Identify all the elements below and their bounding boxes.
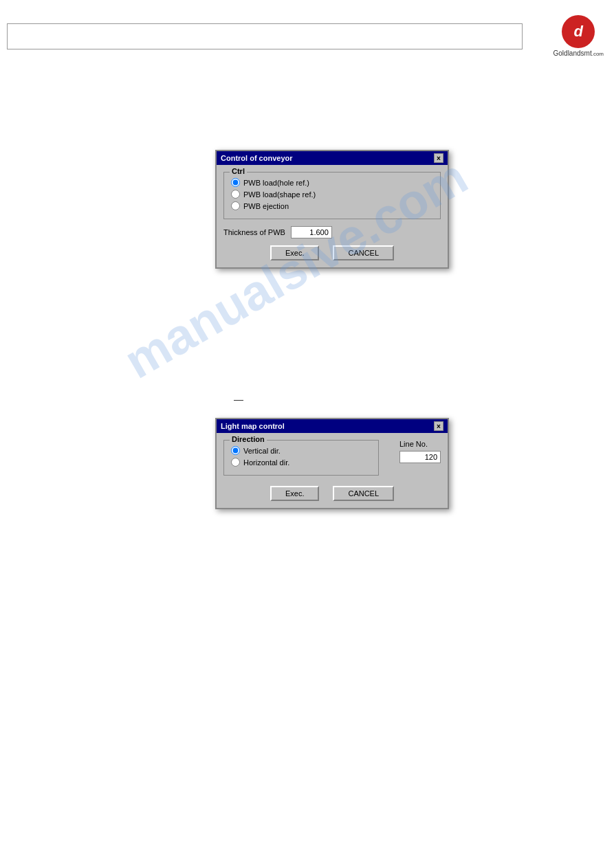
dialog1-radio1[interactable] (231, 178, 240, 187)
dialog1-thickness-label: Thickness of PWB (223, 228, 285, 236)
dialog2-lineno-input[interactable] (399, 451, 441, 463)
light-map-control-dialog: Light map control × Direction Vertical d… (215, 418, 449, 509)
dialog2-radio1-row: Vertical dir. (231, 446, 371, 455)
dialog2-cancel-button[interactable]: CANCEL (333, 486, 394, 501)
dash-line: — (234, 394, 243, 405)
dialog2-group-label: Direction (230, 435, 267, 443)
dialog2-radio2-label: Horizontal dir. (243, 458, 289, 467)
dialog1-radio2[interactable] (231, 190, 240, 199)
dialog1-titlebar: Control of conveyor × (217, 151, 448, 165)
dialog1-title: Control of conveyor (221, 154, 293, 162)
control-of-conveyor-dialog: Control of conveyor × Ctrl PWB load(hole… (215, 150, 449, 269)
logo-icon: d (562, 15, 595, 48)
dialog2-radio2-row: Horizontal dir. (231, 458, 371, 467)
dialog1-radio3-label: PWB ejection (243, 202, 289, 210)
dialog2-radio1-label: Vertical dir. (243, 447, 281, 455)
dialog2-radio1[interactable] (231, 446, 240, 455)
dialog2-lineno-label: Line No. (399, 440, 428, 448)
dialog2-exec-button[interactable]: Exec. (270, 486, 320, 501)
dialog1-radio1-label: PWB load(hole ref.) (243, 179, 309, 187)
dialog1-thickness-input[interactable] (291, 226, 332, 238)
dialog1-radio2-label: PWB load(shape ref.) (243, 190, 316, 199)
dialog2-button-row: Exec. CANCEL (223, 486, 441, 501)
dialog1-body: Ctrl PWB load(hole ref.) PWB load(shape … (217, 165, 448, 267)
dialog2-radio2[interactable] (231, 458, 240, 467)
dialog2-lineno-section: Line No. (399, 440, 441, 463)
dialog2-body: Direction Vertical dir. Horizontal dir. … (217, 433, 448, 508)
dialog1-radio3-row: PWB ejection (231, 201, 433, 210)
logo-area: d Goldlandsmt.com (553, 15, 604, 57)
dialog1-cancel-button[interactable]: CANCEL (333, 245, 394, 260)
dialog1-radio3[interactable] (231, 201, 240, 210)
logo-text: Goldlandsmt.com (553, 49, 604, 57)
dialog2-direction-group: Direction Vertical dir. Horizontal dir. (223, 440, 379, 476)
dialog2-title: Light map control (221, 422, 285, 430)
dialog1-close-button[interactable]: × (434, 153, 443, 163)
dialog1-group-label: Ctrl (230, 167, 247, 175)
dialog2-close-button[interactable]: × (434, 421, 443, 431)
dialog1-button-row: Exec. CANCEL (223, 245, 441, 260)
dialog1-ctrl-group: Ctrl PWB load(hole ref.) PWB load(shape … (223, 172, 441, 219)
dialog1-radio1-row: PWB load(hole ref.) (231, 178, 433, 187)
dialog1-exec-button[interactable]: Exec. (270, 245, 320, 260)
dialog2-titlebar: Light map control × (217, 419, 448, 433)
dialog1-thickness-row: Thickness of PWB (223, 226, 441, 238)
dialog2-content-row: Direction Vertical dir. Horizontal dir. … (223, 440, 441, 482)
header-bar: d Goldlandsmt.com (7, 21, 607, 52)
dialog1-radio2-row: PWB load(shape ref.) (231, 190, 433, 199)
header-input[interactable] (7, 23, 523, 49)
